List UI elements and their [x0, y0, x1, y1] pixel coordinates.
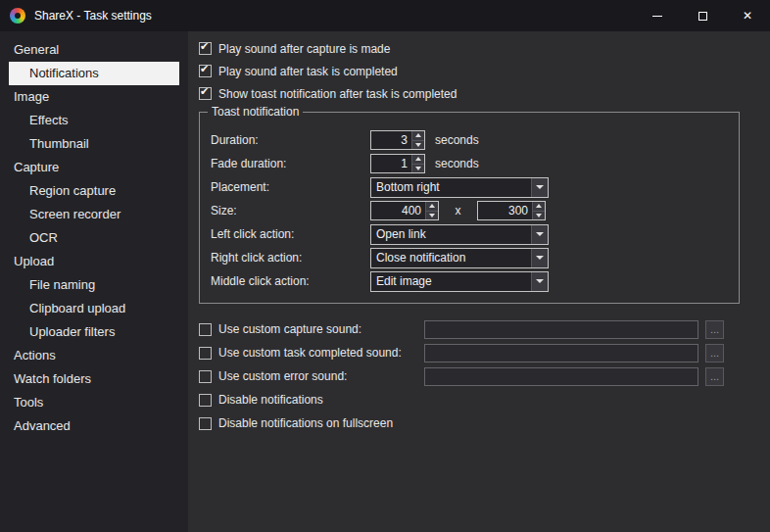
sidebar-item-file-naming[interactable]: File naming [0, 273, 188, 297]
duration-suffix: seconds [435, 133, 479, 147]
duration-input[interactable]: 3 [370, 130, 425, 150]
maximize-button[interactable] [680, 0, 725, 31]
checkbox-row-disable-notifications[interactable]: Disable notifications [199, 388, 770, 411]
placement-value: Bottom right [371, 178, 531, 197]
sidebar-item-effects[interactable]: Effects [0, 109, 188, 132]
placement-label: Placement: [211, 180, 370, 194]
sidebar: General Notifications Image Effects Thum… [0, 31, 188, 532]
sidebar-item-capture[interactable]: Capture [0, 156, 188, 179]
placement-row: Placement: Bottom right [211, 175, 728, 199]
fade-duration-value: 1 [371, 155, 411, 172]
size-width-value: 400 [371, 202, 425, 219]
left-click-value: Open link [371, 225, 531, 244]
checkbox-icon[interactable] [199, 65, 212, 77]
sidebar-item-upload[interactable]: Upload [0, 250, 188, 273]
window-title: ShareX - Task settings [34, 9, 152, 23]
toast-notification-group: Toast notification Duration: 3 seconds F… [199, 112, 740, 304]
checkbox-icon[interactable] [199, 323, 212, 336]
sidebar-item-screen-recorder[interactable]: Screen recorder [0, 203, 188, 226]
duration-label: Duration: [211, 133, 370, 147]
middle-click-label: Middle click action: [211, 274, 370, 288]
sidebar-item-actions[interactable]: Actions [0, 344, 188, 367]
middle-click-dropdown[interactable]: Edit image [370, 271, 549, 292]
sidebar-item-tools[interactable]: Tools [0, 391, 188, 414]
right-click-dropdown[interactable]: Close notification [370, 248, 549, 268]
checkbox-row-show-toast[interactable]: Show toast notification after task is co… [199, 82, 770, 105]
checkbox-label: Disable notifications [218, 393, 323, 407]
chevron-down-icon[interactable] [531, 225, 548, 244]
spinner [425, 202, 438, 219]
chevron-down-icon[interactable] [531, 178, 548, 197]
left-click-label: Left click action: [211, 227, 370, 241]
sidebar-item-advanced[interactable]: Advanced [0, 414, 188, 438]
chevron-down-icon[interactable] [531, 272, 548, 291]
checkbox-label: Disable notifications on fullscreen [218, 416, 393, 430]
browse-button[interactable]: ... [705, 367, 724, 386]
checkbox-row-disable-notifications-fullscreen[interactable]: Disable notifications on fullscreen [199, 411, 770, 435]
checkbox-row-play-sound-capture[interactable]: Play sound after capture is made [199, 37, 770, 60]
size-width-input[interactable]: 400 [370, 201, 439, 220]
chevron-down-icon[interactable] [531, 249, 548, 267]
close-button[interactable]: ✕ [725, 0, 770, 31]
sidebar-item-thumbnail[interactable]: Thumbnail [0, 132, 188, 156]
spinner [411, 131, 424, 149]
checkbox-icon[interactable] [199, 347, 212, 360]
browse-button[interactable]: ... [705, 344, 724, 363]
sidebar-item-watch-folders[interactable]: Watch folders [0, 367, 188, 391]
custom-task-sound-input[interactable] [424, 344, 698, 363]
spinner [532, 202, 545, 219]
placement-dropdown[interactable]: Bottom right [370, 177, 549, 198]
custom-error-sound-row: Use custom error sound: ... [199, 364, 770, 388]
maximize-icon [698, 12, 707, 21]
size-height-input[interactable]: 300 [477, 201, 546, 220]
sidebar-item-clipboard-upload[interactable]: Clipboard upload [0, 297, 188, 320]
custom-error-sound-label: Use custom error sound: [218, 369, 424, 383]
spin-up-icon[interactable] [532, 202, 545, 212]
left-click-dropdown[interactable]: Open link [370, 224, 549, 245]
minimize-icon [652, 16, 662, 17]
spin-up-icon[interactable] [411, 131, 424, 141]
custom-capture-sound-row: Use custom capture sound: ... [199, 317, 770, 341]
middle-click-row: Middle click action: Edit image [211, 269, 728, 293]
sidebar-item-uploader-filters[interactable]: Uploader filters [0, 320, 188, 344]
spin-down-icon[interactable] [425, 212, 438, 220]
minimize-button[interactable] [635, 0, 680, 31]
checkbox-icon[interactable] [199, 370, 212, 383]
checkbox-icon[interactable] [199, 42, 212, 55]
checkbox-icon[interactable] [199, 394, 212, 407]
sharex-window: ShareX - Task settings ✕ General Notific… [0, 0, 770, 532]
middle-click-value: Edit image [371, 272, 531, 291]
checkbox-label: Play sound after task is completed [218, 65, 398, 78]
right-click-label: Right click action: [211, 251, 370, 265]
size-label: Size: [211, 204, 370, 218]
custom-capture-sound-input[interactable] [424, 320, 698, 339]
duration-value: 3 [371, 131, 411, 149]
right-click-value: Close notification [371, 249, 531, 267]
checkbox-label: Show toast notification after task is co… [218, 87, 457, 101]
sidebar-item-region-capture[interactable]: Region capture [0, 179, 188, 203]
sidebar-item-notifications[interactable]: Notifications [9, 62, 179, 85]
checkbox-icon[interactable] [199, 87, 212, 100]
duration-row: Duration: 3 seconds [211, 128, 728, 152]
spin-down-icon[interactable] [411, 141, 424, 150]
sidebar-item-ocr[interactable]: OCR [0, 226, 188, 250]
spin-down-icon[interactable] [411, 165, 424, 173]
browse-button[interactable]: ... [705, 320, 724, 339]
titlebar: ShareX - Task settings ✕ [0, 0, 770, 31]
checkbox-icon[interactable] [199, 417, 212, 430]
app-body: General Notifications Image Effects Thum… [0, 31, 770, 532]
spin-up-icon[interactable] [411, 155, 424, 165]
size-row: Size: 400 x 300 [211, 199, 728, 222]
spinner [411, 155, 424, 172]
sidebar-item-image[interactable]: Image [0, 85, 188, 109]
spin-down-icon[interactable] [532, 212, 545, 220]
sidebar-item-general[interactable]: General [0, 38, 188, 62]
custom-sounds-section: Use custom capture sound: ... Use custom… [199, 317, 770, 435]
spin-up-icon[interactable] [425, 202, 438, 212]
size-separator: x [439, 204, 477, 218]
fade-duration-input[interactable]: 1 [370, 154, 425, 173]
custom-error-sound-input[interactable] [424, 367, 698, 386]
checkbox-label: Play sound after capture is made [218, 42, 390, 56]
sharex-logo-icon [10, 8, 25, 24]
checkbox-row-play-sound-task[interactable]: Play sound after task is completed [199, 60, 770, 82]
